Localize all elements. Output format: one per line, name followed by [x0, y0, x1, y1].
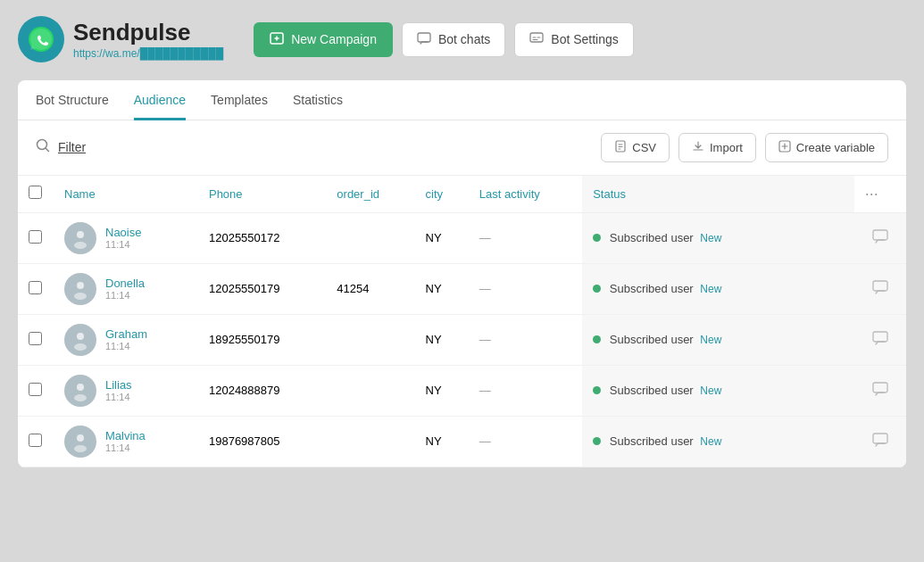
row-status-cell: Subscribed user New	[582, 314, 854, 365]
svg-point-11	[77, 282, 84, 289]
row-phone-cell: 12024888879	[198, 365, 326, 416]
row-checkbox[interactable]	[29, 434, 42, 447]
avatar	[64, 426, 96, 458]
user-name[interactable]: Naoise	[105, 226, 141, 239]
status-dot	[593, 386, 601, 394]
filter-button[interactable]: Filter	[58, 140, 86, 154]
import-button[interactable]: Import	[678, 133, 756, 162]
bot-settings-button[interactable]: Bot Settings	[514, 22, 634, 57]
filter-wrap: Filter	[36, 138, 86, 157]
top-buttons: New Campaign Bot chats B	[254, 22, 634, 57]
tab-audience[interactable]: Audience	[134, 80, 186, 120]
table-row: Malvina 11:14 19876987805 NY — Subscribe…	[18, 416, 906, 467]
status-label: Subscribed user	[610, 384, 694, 397]
row-order-id-cell: 41254	[326, 263, 414, 314]
svg-rect-13	[873, 281, 887, 291]
row-last-activity-cell: —	[469, 416, 582, 467]
th-name: Name	[54, 176, 198, 213]
row-checkbox-cell	[18, 212, 54, 263]
status-badge: New	[700, 435, 721, 448]
row-city-cell: NY	[415, 416, 469, 467]
header: Sendpulse https://wa.me/███████████ New …	[18, 16, 906, 62]
svg-rect-22	[873, 434, 887, 443]
toolbar: Filter CSV	[18, 120, 906, 176]
row-name-cell: Lilias 11:14	[54, 365, 198, 416]
row-checkbox[interactable]	[29, 383, 42, 396]
csv-icon	[614, 140, 627, 155]
table-row: Lilias 11:14 12024888879 NY — Subscribed…	[18, 365, 906, 416]
row-name-cell: Graham 11:14	[54, 314, 198, 365]
svg-point-12	[74, 293, 87, 300]
logo-icon	[18, 16, 64, 62]
status-dot	[593, 437, 601, 445]
row-message-cell[interactable]	[854, 365, 906, 416]
row-status-cell: Subscribed user New	[582, 365, 854, 416]
row-message-cell[interactable]	[854, 212, 906, 263]
row-checkbox[interactable]	[29, 230, 42, 244]
row-status-cell: Subscribed user New	[582, 416, 854, 467]
new-campaign-button[interactable]: New Campaign	[254, 22, 393, 57]
user-name[interactable]: Lilias	[105, 378, 132, 392]
row-status-cell: Subscribed user New	[582, 212, 854, 263]
avatar	[64, 222, 96, 254]
row-last-activity-cell: —	[469, 212, 582, 263]
create-variable-icon	[778, 140, 791, 155]
csv-button[interactable]: CSV	[601, 133, 670, 162]
row-name-cell: Malvina 11:14	[54, 416, 198, 467]
svg-point-21	[74, 445, 87, 452]
row-checkbox[interactable]	[29, 332, 42, 345]
status-badge: New	[700, 334, 721, 346]
row-last-activity-cell: —	[469, 314, 582, 365]
row-city-cell: NY	[415, 365, 469, 416]
th-city: city	[415, 176, 469, 213]
page: Sendpulse https://wa.me/███████████ New …	[0, 0, 924, 562]
search-icon	[36, 138, 51, 157]
tab-statistics[interactable]: Statistics	[293, 80, 343, 120]
row-order-id-cell	[326, 416, 414, 467]
svg-point-14	[77, 333, 84, 340]
svg-rect-4	[530, 33, 543, 42]
tab-templates[interactable]: Templates	[211, 80, 268, 120]
svg-point-9	[74, 242, 87, 249]
tabs: Bot Structure Audience Templates Statist…	[18, 80, 906, 120]
svg-point-8	[77, 231, 84, 238]
table-wrap: Name Phone order_id city Last activity S…	[18, 176, 906, 467]
create-variable-button[interactable]: Create variable	[765, 133, 888, 162]
user-name[interactable]: Graham	[105, 327, 147, 341]
row-phone-cell: 19876987805	[198, 416, 326, 467]
bot-chats-icon	[417, 31, 431, 48]
row-order-id-cell	[326, 314, 414, 365]
user-time: 11:14	[105, 442, 146, 453]
svg-rect-19	[873, 383, 887, 393]
table-row: Graham 11:14 18925550179 NY — Subscribed…	[18, 314, 906, 365]
th-more: ···	[854, 176, 906, 213]
audience-table: Name Phone order_id city Last activity S…	[18, 176, 906, 467]
row-message-cell[interactable]	[854, 416, 906, 467]
user-time: 11:14	[105, 239, 141, 250]
status-label: Subscribed user	[610, 333, 694, 346]
status-label: Subscribed user	[610, 231, 694, 244]
row-phone-cell: 12025550172	[198, 212, 326, 263]
status-badge: New	[700, 283, 721, 295]
row-name-cell: Donella 11:14	[54, 263, 198, 314]
status-dot	[593, 335, 601, 343]
row-checkbox[interactable]	[29, 281, 42, 294]
select-all-checkbox[interactable]	[29, 186, 42, 199]
user-time: 11:14	[105, 290, 145, 301]
avatar	[64, 375, 96, 407]
th-last-activity: Last activity	[469, 176, 582, 213]
row-checkbox-cell	[18, 365, 54, 416]
user-name[interactable]: Malvina	[105, 429, 146, 442]
avatar	[64, 273, 96, 305]
row-message-cell[interactable]	[854, 314, 906, 365]
svg-point-18	[74, 394, 87, 401]
svg-point-20	[77, 434, 84, 442]
user-name[interactable]: Donella	[105, 277, 145, 290]
row-order-id-cell	[326, 212, 414, 263]
logo-text-wrap: Sendpulse https://wa.me/███████████	[73, 19, 223, 59]
svg-rect-3	[418, 33, 430, 42]
status-label: Subscribed user	[610, 434, 694, 448]
bot-chats-button[interactable]: Bot chats	[402, 22, 505, 57]
tab-bot-structure[interactable]: Bot Structure	[36, 80, 109, 120]
row-message-cell[interactable]	[854, 263, 906, 314]
